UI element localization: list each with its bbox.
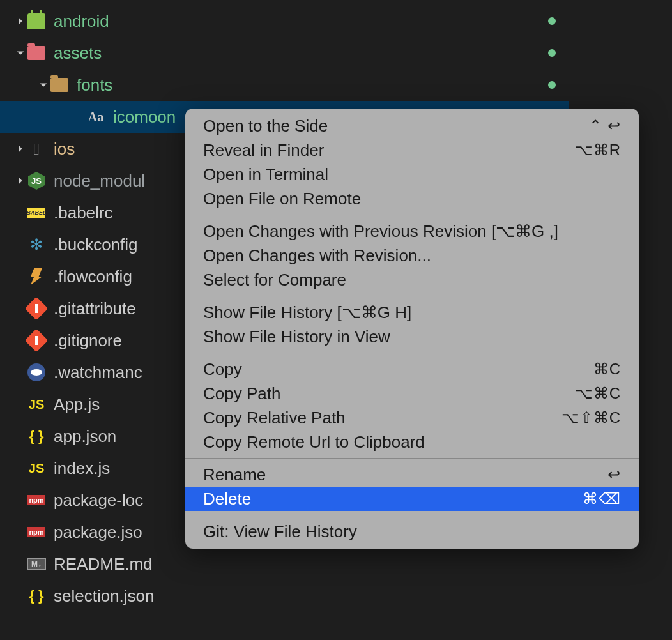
menu-item-label: Copy Relative Path: [203, 408, 346, 428]
tree-item-label: selection.json: [54, 586, 155, 606]
chevron-right-icon[interactable]: [14, 144, 27, 153]
font-icon: Aa: [86, 107, 105, 126]
chevron-right-icon[interactable]: [14, 17, 27, 26]
json-icon: { }: [27, 586, 46, 606]
tree-item-label: ios: [54, 139, 75, 159]
tree-item-label: assets: [54, 43, 102, 63]
menu-item-label: Copy Remote Url to Clipboard: [203, 432, 425, 452]
npm-icon: npm: [27, 491, 46, 510]
menu-item-open-file-on-remote[interactable]: Open File on Remote: [185, 187, 639, 211]
menu-item-shortcut: ⌃ ↩: [589, 117, 621, 135]
menu-separator: [185, 515, 639, 515]
menu-separator: [185, 353, 639, 353]
json-icon: { }: [27, 427, 46, 446]
menu-item-shortcut: ⌘C: [593, 360, 621, 378]
menu-item-show-file-history-in-view[interactable]: Show File History in View: [185, 324, 639, 349]
menu-item-reveal-in-finder[interactable]: Reveal in Finder⌥⌘R: [185, 138, 639, 162]
context-menu: Open to the Side⌃ ↩Reveal in Finder⌥⌘ROp…: [185, 109, 639, 549]
tree-item-label: .flowconfig: [54, 267, 132, 287]
chevron-down-icon[interactable]: [37, 80, 50, 89]
menu-item-label: Select for Compare: [203, 270, 346, 290]
menu-item-label: Open to the Side: [203, 116, 328, 136]
tree-item-label: .watchmanc: [54, 363, 142, 383]
git-modified-dot-icon: [548, 81, 556, 89]
tree-item-label: package.jso: [54, 522, 142, 542]
menu-item-label: Copy Path: [203, 384, 280, 404]
menu-separator: [185, 458, 639, 459]
flow-icon: [27, 267, 46, 286]
tree-item-assets[interactable]: assets: [0, 37, 569, 69]
tree-item-label: .buckconfig: [54, 235, 138, 255]
menu-item-copy-path[interactable]: Copy Path⌥⌘C: [185, 381, 639, 406]
eye-icon: [27, 363, 46, 382]
git-modified-dot-icon: [548, 49, 556, 57]
menu-item-label: Open Changes with Previous Revision [⌥⌘G…: [203, 222, 558, 241]
npm-icon: npm: [27, 522, 46, 542]
menu-item-open-to-the-side[interactable]: Open to the Side⌃ ↩: [185, 114, 639, 138]
menu-item-label: Open in Terminal: [203, 165, 328, 185]
buck-icon: ✻: [27, 235, 46, 254]
chevron-right-icon[interactable]: [14, 176, 27, 185]
git-icon: [27, 299, 46, 318]
tree-item-label: icomoon: [113, 107, 176, 127]
menu-item-shortcut: ⌘⌫: [583, 490, 621, 508]
menu-item-shortcut: ⌥⌘R: [575, 141, 621, 159]
menu-item-label: Git: View File History: [203, 522, 357, 542]
menu-item-copy[interactable]: Copy⌘C: [185, 357, 639, 381]
menu-item-select-for-compare[interactable]: Select for Compare: [185, 268, 639, 292]
apple-icon: : [27, 139, 46, 158]
menu-separator: [185, 215, 639, 215]
menu-item-open-in-terminal[interactable]: Open in Terminal: [185, 162, 639, 187]
folder-red-icon: [27, 43, 46, 63]
tree-item-readmemd[interactable]: M↓README.md: [0, 548, 569, 580]
menu-item-label: Open File on Remote: [203, 189, 361, 209]
menu-item-rename[interactable]: Rename↩: [185, 462, 639, 487]
menu-item-open-changes-with-revision[interactable]: Open Changes with Revision...: [185, 243, 639, 268]
tree-item-selectionjson[interactable]: { }selection.json: [0, 580, 569, 612]
menu-item-label: Delete: [203, 489, 251, 509]
tree-item-label: app.json: [54, 427, 116, 446]
tree-item-label: App.js: [54, 395, 100, 415]
js-icon: JS: [27, 395, 46, 414]
tree-item-label: .gitignore: [54, 331, 122, 351]
md-icon: M↓: [27, 554, 46, 574]
menu-item-copy-relative-path[interactable]: Copy Relative Path⌥⇧⌘C: [185, 406, 639, 430]
nodejs-icon: JS: [27, 171, 46, 190]
menu-item-open-changes-with-previous-revision-g[interactable]: Open Changes with Previous Revision [⌥⌘G…: [185, 219, 639, 243]
menu-item-git-view-file-history[interactable]: Git: View File History: [185, 519, 639, 544]
menu-item-shortcut: ⌥⇧⌘C: [561, 409, 621, 427]
babel-icon: BABEL: [27, 203, 46, 222]
menu-item-label: Show File History [⌥⌘G H]: [203, 303, 411, 323]
tree-item-label: index.js: [54, 459, 110, 478]
tree-item-android[interactable]: android: [0, 5, 569, 37]
menu-item-label: Show File History in View: [203, 327, 390, 347]
js-icon: JS: [27, 459, 46, 478]
git-modified-dot-icon: [548, 17, 556, 25]
chevron-down-icon[interactable]: [14, 49, 27, 57]
menu-item-shortcut: ↩: [607, 466, 621, 484]
menu-item-label: Rename: [203, 465, 266, 485]
tree-item-label: fonts: [77, 75, 112, 95]
menu-item-label: Copy: [203, 360, 242, 379]
menu-item-label: Open Changes with Revision...: [203, 246, 431, 266]
menu-separator: [185, 296, 639, 296]
git-icon: [27, 331, 46, 350]
menu-item-delete[interactable]: Delete⌘⌫: [185, 487, 639, 511]
tree-item-label: .babelrc: [54, 203, 113, 223]
menu-item-shortcut: ⌥⌘C: [575, 385, 621, 402]
menu-item-copy-remote-url-to-clipboard[interactable]: Copy Remote Url to Clipboard: [185, 430, 639, 454]
tree-item-fonts[interactable]: fonts: [0, 69, 569, 101]
menu-item-label: Reveal in Finder: [203, 141, 324, 160]
android-icon: [27, 11, 46, 31]
tree-item-label: package-loc: [54, 491, 143, 510]
tree-item-label: .gitattribute: [54, 299, 136, 319]
menu-item-show-file-history-g-h[interactable]: Show File History [⌥⌘G H]: [185, 300, 639, 324]
folder-icon: [50, 75, 69, 95]
tree-item-label: README.md: [54, 554, 153, 574]
tree-item-label: android: [54, 11, 109, 31]
tree-item-label: node_modul: [54, 171, 145, 191]
